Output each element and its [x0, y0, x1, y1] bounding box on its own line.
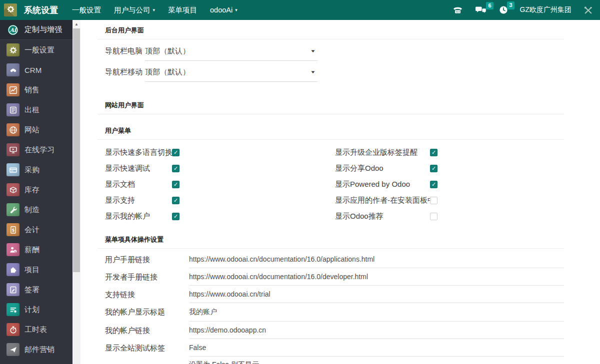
person-dollar-icon: $ [6, 243, 20, 256]
field-label: 显示全站测试标签 [105, 343, 189, 353]
checkbox-setting-row: 显示我的帐户 [105, 208, 335, 224]
setting-select-row: 导航栏电脑 顶部（默认） ▼ [105, 45, 564, 61]
building-list-icon [6, 103, 20, 116]
user-menu[interactable]: GZ欧度广州集团 [520, 5, 572, 14]
top-menu: 一般设置 用户与公司 ▾ 菜单项目 odooAi ▾ [72, 5, 238, 15]
top-menu-item[interactable]: 用户与公司 ▾ [114, 5, 155, 15]
sidebar-item-label: 计划 [24, 305, 40, 315]
sidebar-item[interactable]: 工时表 [0, 320, 72, 340]
sidebar-item-label: 一般设置 [24, 45, 54, 55]
field-label: 我的帐户链接 [105, 325, 189, 336]
puzzle-icon [6, 263, 20, 276]
sidebar-item[interactable]: 在线学习 [0, 140, 72, 160]
sidebar-item[interactable]: 出租 [0, 100, 72, 120]
sidebar-item-label: 薪酬 [24, 245, 40, 255]
invoice-dollar-icon: $ [6, 223, 20, 236]
messages-count-badge: 6 [486, 2, 493, 10]
sidebar-item[interactable]: $ 会计 [0, 220, 72, 240]
checkbox-setting-row: 显示快速调试 [105, 160, 335, 176]
page-title[interactable]: 系统设置 [24, 4, 58, 16]
checkbox-setting-row: 显示文档 [105, 176, 335, 192]
sidebar-item[interactable]: 制造 [0, 200, 72, 220]
setting-select[interactable]: 顶部（默认） ▼ [145, 45, 318, 61]
phone-fax-button[interactable] [452, 6, 463, 14]
svg-text:Ai: Ai [10, 26, 16, 33]
paper-plane-icon [6, 343, 20, 356]
user-menu-left-column: 显示快速多语言切换 显示快速调试 显示文档 显示支持 [105, 144, 335, 224]
top-menu-item[interactable]: 菜单项目 [168, 5, 197, 15]
credit-card-icon [6, 163, 20, 176]
tools-button[interactable] [584, 5, 593, 15]
checkbox[interactable] [430, 165, 438, 172]
topbar-right: 6 3 GZ欧度广州集团 [452, 5, 593, 15]
sidebar-item-label: CRM [24, 66, 42, 74]
backend-ui-rows: 导航栏电脑 顶部（默认） ▼ 导航栏移动 顶部（默认） ▼ [105, 45, 564, 82]
app-icon[interactable] [4, 3, 17, 16]
field-input[interactable]: https://www.odooai.cn/documentation/16.0… [189, 272, 564, 286]
checkbox-label: 显示应用的作者-在安装面板中 [335, 196, 430, 205]
field-input[interactable]: https://demo.odooapp.cn [189, 325, 564, 339]
user-menu-right-column: 显示升级企业版标签提醒 显示分享Odoo 显示Powered by Odoo [335, 144, 438, 224]
setting-select[interactable]: 顶部（默认） ▼ [145, 66, 318, 82]
field-input[interactable]: https://www.odooai.cn/trial [189, 289, 564, 303]
sidebar-item-label: 在线学习 [24, 145, 54, 155]
checkbox[interactable] [172, 213, 180, 220]
checkbox[interactable] [430, 213, 438, 220]
section-menu-settings: 菜单项具体操作设置 用户手册链接 https://www.odooai.cn/d… [105, 235, 564, 364]
globe-icon [6, 123, 20, 136]
vertical-scrollbar[interactable]: ▲ [72, 20, 80, 364]
field-input[interactable]: False [189, 343, 564, 357]
chart-line-icon [6, 83, 20, 96]
planning-list-icon [6, 303, 20, 316]
checkbox[interactable] [430, 197, 438, 204]
stopwatch-icon [6, 323, 20, 336]
sidebar-item[interactable]: 计划 [0, 300, 72, 320]
sidebar-item[interactable]: 邮件营销 [0, 340, 72, 360]
top-menu-item[interactable]: odooAi ▾ [210, 5, 238, 15]
box-icon [6, 183, 20, 196]
top-menu-item-label: 一般设置 [72, 5, 101, 15]
settings-field-row: 我的帐户链接 https://demo.odooapp.cn [105, 325, 564, 339]
field-label: 用户手册链接 [105, 254, 189, 265]
field-input[interactable]: https://www.odooai.cn/documentation/16.0… [189, 254, 564, 268]
scrollbar-thumb[interactable] [73, 28, 80, 272]
field-input[interactable]: 我的账户 [189, 307, 564, 322]
sidebar-item[interactable]: 销售 [0, 80, 72, 100]
sidebar-item-label: 销售 [24, 85, 40, 95]
setting-label: 导航栏电脑 [105, 45, 145, 61]
sidebar-item-label: 网站 [24, 125, 40, 135]
sidebar-item[interactable]: 一般设置 [0, 40, 72, 60]
sidebar-item[interactable]: CRM [0, 60, 72, 80]
sidebar-item[interactable]: 采购 [0, 160, 72, 180]
activities-button[interactable]: 3 [499, 5, 508, 14]
sidebar-item[interactable]: 网站 [0, 120, 72, 140]
sign-pen-icon [6, 283, 20, 296]
top-menu-item[interactable]: 一般设置 [72, 5, 101, 15]
sidebar-item[interactable]: $ 薪酬 [0, 240, 72, 260]
ai-logo-icon: Ai [6, 23, 20, 36]
sidebar-item[interactable]: 签署 [0, 280, 72, 300]
checkbox-setting-row: 显示分享Odoo [335, 160, 438, 176]
messages-button[interactable]: 6 [475, 6, 487, 14]
settings-field-row: 开发者手册链接 https://www.odooai.cn/documentat… [105, 272, 564, 286]
checkbox[interactable] [172, 181, 180, 188]
checkbox-setting-row: 显示支持 [105, 192, 335, 208]
svg-text:$: $ [14, 250, 16, 253]
dropdown-caret-icon: ▼ [310, 49, 316, 53]
checkbox[interactable] [430, 181, 438, 188]
sidebar-item[interactable]: 项目 [0, 260, 72, 280]
checkbox-label: 显示快速调试 [105, 164, 172, 173]
checkbox[interactable] [172, 165, 180, 172]
field-helper-text: 设置为 False 则不显示 [189, 357, 564, 364]
checkbox[interactable] [172, 197, 180, 204]
sidebar-item-label: 项目 [24, 265, 40, 275]
section-website-ui: 网站用户界面 [105, 101, 564, 114]
sidebar-item[interactable]: Ai 定制与增强 [0, 20, 72, 40]
checkbox[interactable] [430, 149, 438, 156]
sidebar-item[interactable]: 库存 [0, 180, 72, 200]
apps-sidebar: Ai 定制与增强 一般设置 CRM 销售 出租 网站 在线学习 [0, 20, 72, 364]
scroll-up-button[interactable]: ▲ [72, 20, 80, 28]
checkbox[interactable] [172, 149, 180, 156]
field-label: 我的帐户显示标题 [105, 307, 189, 317]
checkbox-label: 显示快速多语言切换 [105, 148, 172, 157]
